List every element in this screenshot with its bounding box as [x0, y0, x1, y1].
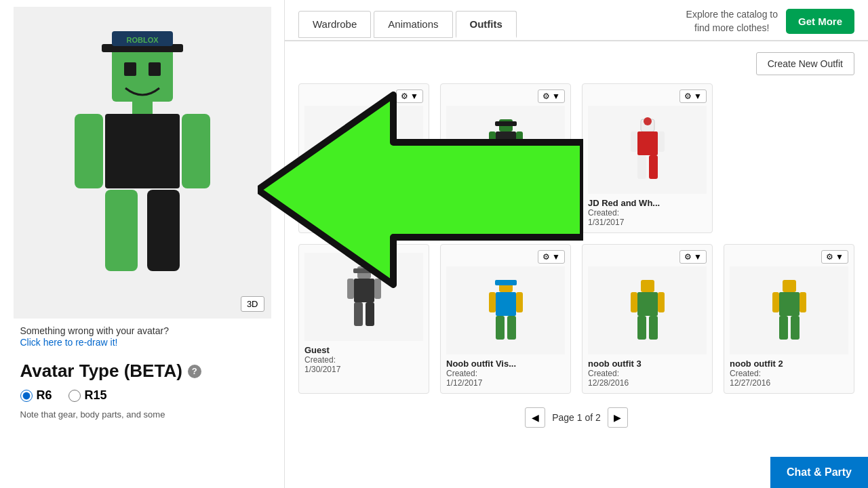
- outfit-image-2: [588, 106, 707, 194]
- svg-rect-9: [182, 114, 210, 188]
- r15-label: R15: [85, 388, 107, 403]
- next-page-btn[interactable]: ▶: [608, 407, 628, 428]
- svg-rect-52: [783, 280, 796, 292]
- svg-rect-28: [658, 131, 665, 152]
- outfit-created-label-4: Created:: [446, 369, 565, 378]
- catalog-text-line1: Explore the catalog to: [686, 9, 778, 20]
- svg-rect-1: [124, 62, 136, 76]
- avatar-note-text: Note that gear, body parts, and some: [20, 409, 264, 420]
- outfit-image-3: [304, 253, 423, 341]
- outfit-card-5: ⚙ ▼ noob outfit 3 Created:: [582, 244, 713, 394]
- radio-r6-input[interactable]: [20, 390, 33, 402]
- gear-icon-2: ⚙: [684, 92, 692, 101]
- main-content: Wardrobe Animations Outfits Explore the …: [285, 0, 868, 488]
- svg-rect-29: [637, 155, 646, 179]
- tab-animations[interactable]: Animations: [374, 11, 452, 38]
- outfit-card-header-5: ⚙ ▼: [588, 250, 707, 264]
- svg-rect-35: [347, 279, 354, 299]
- tabs-bar: Wardrobe Animations Outfits Explore the …: [285, 0, 868, 41]
- svg-rect-17: [366, 155, 374, 179]
- svg-rect-10: [105, 190, 138, 271]
- outfit-card-1: ⚙ ▼ JD Green Created:: [440, 83, 571, 233]
- outfit-card-header-2: ⚙ ▼: [588, 89, 707, 103]
- svg-rect-22: [516, 131, 523, 152]
- svg-rect-56: [779, 316, 788, 340]
- outfit-card-header-4: ⚙ ▼: [446, 250, 565, 264]
- pagination: ◀ Page 1 of 2 ▶: [298, 407, 854, 428]
- outfit-created-date-6: 12/27/2016: [730, 378, 848, 388]
- svg-rect-20: [496, 131, 516, 155]
- outfit-image-0: [304, 106, 423, 194]
- prev-page-btn[interactable]: ◀: [525, 407, 545, 428]
- svg-text:ROBLOX: ROBLOX: [126, 36, 159, 44]
- outfit-image-6: [730, 266, 848, 354]
- left-panel: ROBLOX 3D Something wrong with your avat…: [0, 0, 285, 488]
- tab-wardrobe[interactable]: Wardrobe: [298, 11, 371, 38]
- outfit-name-3: Guest: [304, 345, 423, 355]
- svg-rect-42: [489, 292, 496, 312]
- outfit-card-0: ⚙ ▼ JD Gre... Created: 2/1: [298, 83, 429, 233]
- avatar-warning-text: Something wrong with your avatar?: [20, 325, 264, 336]
- outfit-actions-btn-1[interactable]: ⚙ ▼: [538, 89, 565, 103]
- tabs-left: Wardrobe Animations Outfits: [298, 11, 517, 38]
- outfit-name-2: JD Red and Wh...: [588, 198, 707, 208]
- outfit-created-date-0: 2/1/2017: [304, 218, 423, 227]
- gear-icon-0: ⚙: [401, 92, 408, 101]
- outfit-name-6: noob outfit 2: [730, 359, 848, 369]
- outfit-created-date-1: 2/1/2017: [446, 218, 565, 227]
- outfit-actions-btn-5[interactable]: ⚙ ▼: [679, 250, 707, 264]
- svg-rect-33: [353, 268, 375, 273]
- outfit-created-label-6: Created:: [730, 369, 848, 378]
- gear-icon-6: ⚙: [826, 252, 833, 262]
- tab-outfits[interactable]: Outfits: [456, 11, 517, 38]
- svg-rect-45: [507, 316, 516, 340]
- outfit-card-3: Guest Created: 1/30/2017: [298, 244, 429, 394]
- svg-rect-2: [149, 62, 161, 76]
- outfit-name-0: JD Gre...: [304, 198, 423, 208]
- avatar-redraw-link[interactable]: Click here to re-draw it!: [20, 337, 118, 348]
- outfit-card-header-0: ⚙ ▼: [304, 89, 423, 103]
- outfit-created-label-5: Created:: [588, 369, 707, 378]
- svg-rect-19: [495, 121, 517, 126]
- outfit-card-header-1: ⚙ ▼: [446, 89, 565, 103]
- page-info: Page 1 of 2: [552, 412, 601, 423]
- catalog-text-line2: find more clothes!: [694, 22, 770, 33]
- outfit-created-label-3: Created:: [304, 355, 423, 365]
- svg-rect-54: [772, 292, 779, 312]
- dropdown-icon-6: ▼: [835, 252, 844, 262]
- svg-rect-16: [354, 155, 363, 179]
- svg-rect-30: [649, 155, 658, 179]
- svg-rect-50: [637, 316, 646, 340]
- outfit-created-label-2: Created:: [588, 208, 707, 218]
- outfit-created-label-0: Created:: [304, 208, 423, 218]
- svg-rect-38: [366, 302, 374, 326]
- svg-rect-51: [649, 316, 658, 340]
- outfit-actions-btn-0[interactable]: ⚙ ▼: [396, 89, 423, 103]
- outfit-created-label-1: Created:: [446, 208, 565, 218]
- outfit-name-1: JD Green: [446, 198, 565, 208]
- avatar-warning: Something wrong with your avatar? Click …: [20, 325, 264, 348]
- outfit-actions-btn-6[interactable]: ⚙ ▼: [821, 250, 848, 264]
- create-outfit-row: Create New Outfit: [298, 52, 854, 75]
- svg-rect-40: [495, 280, 517, 285]
- radio-r15[interactable]: R15: [68, 388, 107, 403]
- help-icon[interactable]: ?: [188, 365, 201, 378]
- avatar-type-section: Avatar Type (BETA) ? R6 R15 Note that ge…: [20, 361, 264, 420]
- outfit-actions-btn-4[interactable]: ⚙ ▼: [538, 250, 565, 264]
- svg-rect-26: [637, 131, 658, 155]
- svg-rect-57: [791, 316, 800, 340]
- dropdown-icon-5: ▼: [694, 252, 702, 262]
- chat-party-button[interactable]: Chat & Party: [770, 457, 868, 488]
- dropdown-icon-0: ▼: [410, 92, 418, 101]
- svg-rect-44: [496, 316, 505, 340]
- dropdown-icon-1: ▼: [552, 92, 560, 101]
- svg-rect-53: [779, 292, 800, 316]
- svg-rect-23: [496, 155, 505, 179]
- radio-r6[interactable]: R6: [20, 388, 52, 403]
- radio-r15-input[interactable]: [68, 390, 81, 402]
- get-more-button[interactable]: Get More: [786, 9, 854, 34]
- outfit-actions-btn-2[interactable]: ⚙ ▼: [679, 89, 707, 103]
- r6-label: R6: [37, 388, 52, 403]
- btn-3d[interactable]: 3D: [241, 296, 264, 312]
- create-outfit-button[interactable]: Create New Outfit: [756, 52, 854, 75]
